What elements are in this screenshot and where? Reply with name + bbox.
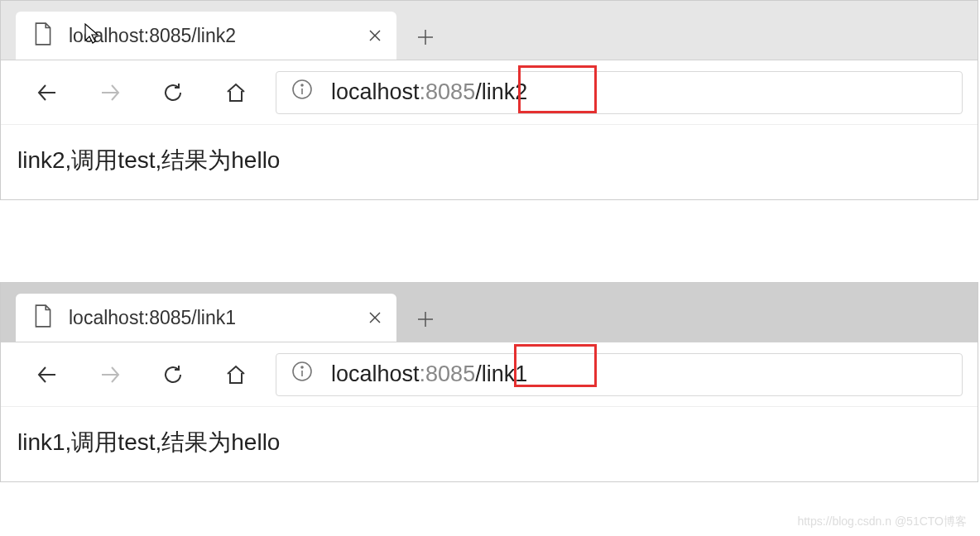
address-bar[interactable]: localhost:8085/link2 (276, 71, 963, 114)
info-icon[interactable] (291, 79, 313, 106)
tab-strip: localhost:8085/link1 (1, 283, 978, 342)
refresh-button[interactable] (142, 68, 204, 117)
address-bar[interactable]: localhost:8085/link1 (276, 353, 963, 396)
close-icon[interactable] (365, 308, 385, 328)
refresh-button[interactable] (142, 350, 204, 400)
url-path: /link2 (475, 79, 527, 104)
url-text: localhost:8085/link2 (331, 79, 527, 105)
watermark: https://blog.csdn.n @51CTO博客 (797, 514, 967, 529)
svg-point-8 (301, 84, 303, 86)
forward-button[interactable] (79, 68, 142, 117)
page-body-text: link2,调用test,结果为hello (17, 147, 280, 173)
forward-button[interactable] (79, 350, 142, 400)
page-icon (32, 22, 54, 50)
url-port: :8085 (420, 361, 476, 386)
url-path: /link1 (475, 361, 527, 386)
page-body-text: link1,调用test,结果为hello (17, 429, 280, 455)
new-tab-button[interactable] (403, 297, 448, 342)
back-button[interactable] (16, 68, 79, 117)
browser-tab[interactable]: localhost:8085/link2 (16, 12, 396, 60)
close-icon[interactable] (365, 26, 385, 45)
url-port: :8085 (420, 79, 476, 104)
url-host: localhost (331, 361, 420, 386)
highlight-box (518, 65, 597, 113)
url-text: localhost:8085/link1 (331, 361, 527, 387)
info-icon[interactable] (291, 361, 313, 388)
browser-window-2: localhost:8085/link1 (0, 282, 978, 482)
page-content: link1,调用test,结果为hello (1, 407, 978, 481)
tab-title: localhost:8085/link2 (69, 25, 350, 47)
toolbar: localhost:8085/link2 (1, 60, 978, 125)
back-button[interactable] (16, 350, 79, 400)
toolbar: localhost:8085/link1 (1, 342, 978, 407)
page-icon (32, 304, 54, 332)
browser-window-1: localhost:8085/link2 (0, 0, 978, 200)
home-button[interactable] (204, 68, 267, 117)
home-button[interactable] (204, 350, 267, 400)
page-content: link2,调用test,结果为hello (1, 125, 978, 199)
tab-strip: localhost:8085/link2 (1, 1, 978, 60)
browser-tab[interactable]: localhost:8085/link1 (16, 294, 396, 342)
new-tab-button[interactable] (403, 15, 448, 60)
svg-point-17 (301, 366, 303, 368)
url-host: localhost (331, 79, 420, 104)
tab-title: localhost:8085/link1 (69, 307, 350, 329)
